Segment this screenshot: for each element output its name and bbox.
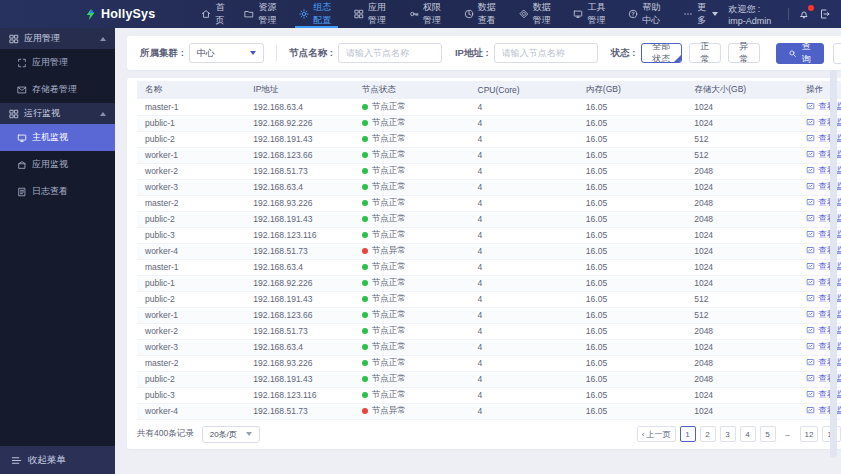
sidebar-item-应用管理[interactable]: 应用管理 (0, 49, 115, 76)
status-text: 节点正常 (372, 149, 406, 159)
collapse-menu-button[interactable]: 收起菜单 (0, 446, 115, 474)
monitor-metrics-icon (806, 246, 815, 255)
node-name-input[interactable] (338, 43, 442, 63)
status-dot-icon (362, 360, 368, 366)
ip-input[interactable] (494, 43, 598, 63)
status-filter-group: 全部状态正常异常 (641, 43, 760, 63)
node-name: public-2 (137, 371, 245, 387)
node-name: public-1 (137, 115, 245, 131)
page-button-12[interactable]: 12 (800, 426, 819, 442)
nav-item-4[interactable]: 应用管理 (344, 0, 399, 28)
prev-page-button[interactable]: ‹ 上一页 (637, 426, 676, 442)
status-option-全部状态[interactable]: 全部状态 (641, 43, 683, 63)
table-row: public-3192.168.123.116节点正常416.051024查看监… (137, 227, 841, 243)
node-cpu: 4 (470, 243, 578, 259)
node-storage: 2048 (686, 323, 798, 339)
node-status: 节点正常 (354, 99, 470, 115)
page-button-2[interactable]: 2 (700, 426, 716, 442)
scrollbar[interactable] (830, 70, 837, 458)
nav-item-2[interactable]: 资源管理 (234, 0, 289, 28)
sidebar-item-应用监视[interactable]: 应用监视 (0, 151, 115, 178)
nav-item-label: 数据管理 (533, 1, 554, 27)
logout-button[interactable] (819, 8, 831, 20)
search-button[interactable]: 查询 (776, 43, 824, 64)
nav-item-8[interactable]: 工具管理 (563, 0, 618, 28)
node-name: public-1 (137, 275, 245, 291)
chevron-down-icon (712, 12, 718, 16)
node-cpu: 4 (470, 99, 578, 115)
home-icon (201, 9, 211, 19)
status-text: 节点异常 (372, 405, 406, 415)
page-button-1[interactable]: 1 (680, 426, 696, 442)
sidebar-item-存储卷管理[interactable]: 存储卷管理 (0, 76, 115, 103)
node-status: 节点正常 (354, 163, 470, 179)
column-header: 内存(GB) (578, 81, 686, 99)
status-option-异常[interactable]: 异常 (728, 43, 760, 63)
node-storage: 512 (686, 307, 798, 323)
node-mem: 16.05 (578, 259, 686, 275)
status-text: 节点异常 (372, 245, 406, 255)
nav-item-3[interactable]: 组态配置 (289, 0, 344, 28)
node-name: worker-2 (137, 163, 245, 179)
status-text: 节点正常 (372, 181, 406, 191)
node-mem: 16.05 (578, 179, 686, 195)
search-icon (788, 49, 797, 58)
node-name-label: 节点名称 : (289, 47, 333, 60)
status-text: 节点正常 (372, 373, 406, 383)
table-row: public-1192.168.92.226节点正常416.051024查看监控… (137, 115, 841, 131)
table-header-row: 名称IP地址节点状态CPU(Core)内存(GB)存储大小(GB)操作 (137, 81, 841, 99)
more-icon (683, 9, 693, 19)
nav-item-6[interactable]: 数据查看 (454, 0, 509, 28)
nav-item-label: 首页 (215, 1, 224, 27)
nav-item-label: 数据查看 (478, 1, 499, 27)
nav-item-5[interactable]: 权限管理 (399, 0, 454, 28)
monitor-metrics-icon (806, 134, 815, 143)
node-storage: 1024 (686, 115, 798, 131)
monitor-metrics-icon (806, 310, 815, 319)
topbar-right: 欢迎您 : imp-Admin (728, 3, 841, 26)
node-storage: 1024 (686, 99, 798, 115)
node-cpu: 4 (470, 115, 578, 131)
topbar: HollySys 首页资源管理组态配置应用管理权限管理数据查看数据管理工具管理帮… (0, 0, 841, 28)
sidebar-item-日志查看[interactable]: 日志查看 (0, 178, 115, 205)
sidebar-group-2[interactable]: 运行监视 (0, 103, 115, 124)
node-name: worker-3 (137, 339, 245, 355)
status-dot-icon (362, 296, 368, 302)
nav-item-label: 资源管理 (258, 1, 279, 27)
status-option-正常[interactable]: 正常 (689, 43, 721, 63)
page-button-4[interactable]: 4 (740, 426, 756, 442)
main-content: 所属集群 : 中心 节点名称 : IP地址 : 状态 : 全部状态正常异常 查询… (115, 28, 841, 474)
status-label: 状态 : (611, 47, 636, 60)
node-cpu: 4 (470, 275, 578, 291)
nav-item-10[interactable]: 更多 (673, 0, 728, 28)
status-dot-icon (362, 216, 368, 222)
table-row: public-1192.168.92.226节点正常416.051024查看监控… (137, 275, 841, 291)
status-text: 节点正常 (372, 117, 406, 127)
reset-button[interactable]: 重置 (833, 43, 841, 64)
status-dot-icon (362, 264, 368, 270)
node-storage: 2048 (686, 163, 798, 179)
status-dot-icon (362, 392, 368, 398)
status-dot-icon (362, 184, 368, 190)
notifications-button[interactable] (798, 8, 810, 20)
nav-item-7[interactable]: 数据管理 (509, 0, 564, 28)
monitor-metrics-icon (806, 198, 815, 207)
page-size-select[interactable]: 20条/页 (202, 426, 260, 443)
table-row: worker-1192.168.123.66节点正常416.05512查看监控指… (137, 307, 841, 323)
node-cpu: 4 (470, 131, 578, 147)
node-ip: 192.168.63.4 (245, 339, 353, 355)
node-storage: 1024 (686, 387, 798, 403)
page-button-3[interactable]: 3 (720, 426, 736, 442)
monitor-metrics-icon (806, 406, 815, 415)
nav-item-1[interactable]: 首页 (191, 0, 234, 28)
nav-item-9[interactable]: 帮助中心 (618, 0, 673, 28)
sidebar-item-主机监视[interactable]: 主机监视 (0, 124, 115, 151)
cluster-select[interactable]: 中心 (189, 43, 265, 63)
page-button-5[interactable]: 5 (760, 426, 776, 442)
node-status: 节点正常 (354, 355, 470, 371)
status-dot-icon (362, 168, 368, 174)
sidebar-group-1[interactable]: 应用管理 (0, 28, 115, 49)
filter-divider (276, 45, 277, 61)
table-row: public-2192.168.191.43节点正常416.052048查看监控… (137, 371, 841, 387)
node-ip: 192.168.191.43 (245, 211, 353, 227)
